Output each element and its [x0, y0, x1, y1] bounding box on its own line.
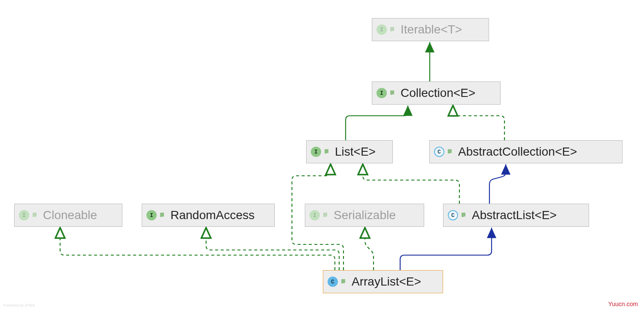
- lock-icon: [340, 279, 346, 285]
- lock-icon: [322, 212, 328, 218]
- lock-icon: [159, 212, 165, 218]
- edge-arraylist-cloneable: [60, 228, 335, 270]
- node-label: ArrayList<E>: [352, 275, 421, 289]
- interface-badge: I: [377, 88, 387, 98]
- lock-icon: [32, 212, 38, 218]
- node-list[interactable]: I List<E>: [306, 140, 393, 163]
- edge-abstractcollection-collection: [453, 105, 504, 140]
- class-badge: C: [448, 210, 458, 220]
- edge-arraylist-abstractlist: [400, 228, 492, 270]
- edge-arraylist-serializable: [365, 228, 374, 270]
- node-label: Collection<E>: [401, 86, 475, 100]
- interface-badge: I: [377, 24, 387, 35]
- lock-icon: [389, 90, 395, 96]
- interface-badge: I: [311, 147, 321, 157]
- node-collection[interactable]: I Collection<E>: [372, 81, 501, 105]
- node-label: RandomAccess: [170, 208, 255, 222]
- edge-abstractlist-abstractcollection: [489, 164, 506, 204]
- edge-list-collection: [346, 105, 408, 140]
- node-label: Serializable: [334, 208, 396, 222]
- node-randomaccess[interactable]: I RandomAccess: [142, 204, 275, 227]
- node-label: Iterable<T>: [401, 23, 462, 36]
- node-label: AbstractCollection<E>: [458, 145, 577, 159]
- class-badge: C: [434, 147, 444, 157]
- class-badge: C: [328, 277, 338, 287]
- lock-icon: [324, 149, 330, 155]
- interface-badge: I: [310, 210, 320, 220]
- node-iterable[interactable]: I Iterable<T>: [372, 18, 489, 41]
- interface-badge: I: [19, 210, 29, 220]
- node-arraylist[interactable]: C ArrayList<E>: [323, 270, 443, 293]
- node-label: AbstractList<E>: [472, 208, 557, 222]
- lock-icon: [461, 212, 467, 218]
- node-cloneable[interactable]: I Cloneable: [14, 204, 122, 227]
- edge-arraylist-randomaccess: [206, 228, 339, 270]
- node-abstractlist[interactable]: C AbstractList<E>: [443, 204, 589, 227]
- node-label: Cloneable: [43, 208, 97, 222]
- lock-icon: [389, 27, 395, 33]
- site-watermark: Yuucn.com: [608, 301, 638, 307]
- interface-badge: I: [146, 210, 157, 220]
- powered-by-label: Powered by yFiles: [3, 303, 35, 307]
- node-serializable[interactable]: I Serializable: [305, 204, 424, 227]
- node-label: List<E>: [335, 145, 376, 159]
- lock-icon: [447, 149, 453, 155]
- edge-abstractlist-list: [363, 164, 459, 204]
- node-abstractcollection[interactable]: C AbstractCollection<E>: [429, 140, 623, 163]
